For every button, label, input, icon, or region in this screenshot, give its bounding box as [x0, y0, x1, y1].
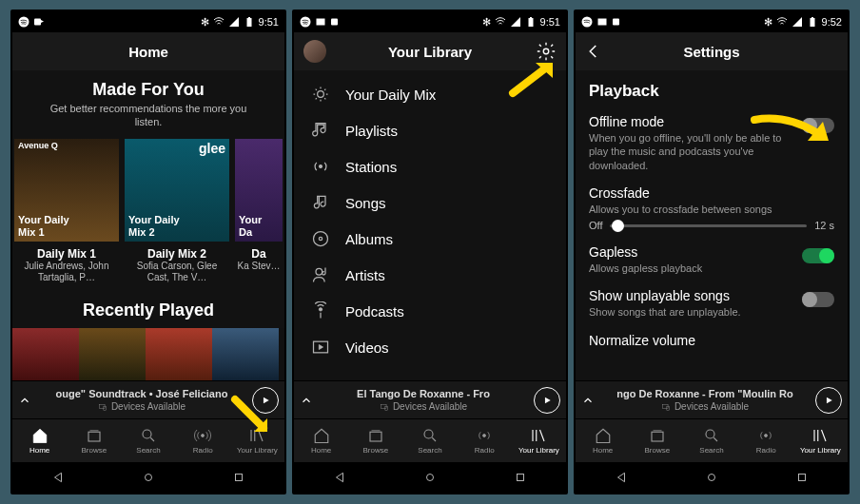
lib-videos[interactable]: Videos — [294, 329, 566, 365]
svg-point-19 — [314, 232, 328, 246]
status-bar: ✻ 9:51 — [12, 11, 284, 32]
spotify-status-icon — [300, 16, 311, 28]
svg-rect-32 — [598, 19, 607, 26]
svg-rect-4 — [99, 404, 105, 408]
android-recents[interactable] — [232, 471, 245, 484]
phone-settings: ✻ 9:52 Settings Playback Offline mode Wh… — [574, 10, 850, 494]
page-title: Settings — [683, 44, 739, 60]
nav-home[interactable]: Home — [576, 419, 630, 462]
recently-played-title: Recently Played — [294, 371, 566, 380]
svg-point-17 — [318, 91, 324, 98]
play-icon — [824, 396, 833, 405]
svg-rect-12 — [317, 19, 325, 26]
svg-rect-33 — [613, 19, 619, 26]
status-bar: ✻ 9:52 — [576, 11, 848, 32]
play-button[interactable] — [252, 387, 279, 414]
nav-search[interactable]: Search — [402, 419, 457, 462]
phone-home: ✻ 9:51 Home Made For You Get better reco… — [10, 10, 286, 494]
nav-browse[interactable]: Browse — [67, 419, 121, 462]
chevron-up-icon — [581, 394, 595, 407]
setting-offline-mode: Offline mode When you go offline, you'll… — [589, 114, 834, 172]
now-playing-track: ouge" Soundtrack • José Feliciano — [31, 387, 252, 400]
slider-min-label: Off — [589, 220, 602, 231]
nav-browse[interactable]: Browse — [630, 419, 684, 462]
android-nav-bar — [294, 462, 566, 493]
lib-playlists[interactable]: Playlists — [294, 112, 566, 148]
nav-radio[interactable]: Radio — [458, 419, 512, 462]
android-back[interactable] — [51, 471, 65, 484]
lib-songs[interactable]: Songs — [294, 184, 566, 221]
nav-browse[interactable]: Browse — [348, 419, 402, 462]
nav-library[interactable]: Your Library — [512, 419, 566, 462]
svg-rect-6 — [88, 432, 100, 441]
devices-label: Devices Available — [111, 400, 186, 413]
daily-mix-card[interactable]: glee Your Daily Mix 2 Daily Mix 2 Sofia … — [125, 139, 229, 283]
nav-library[interactable]: Your Library — [230, 419, 284, 462]
android-home[interactable] — [142, 471, 155, 484]
android-home[interactable] — [423, 471, 437, 484]
lib-daily-mix[interactable]: Your Daily Mix — [294, 76, 566, 112]
now-playing-bar[interactable]: ngo De Roxanne - From "Moulin Ro Devices… — [576, 380, 848, 418]
unplayable-toggle[interactable] — [802, 292, 834, 307]
back-button[interactable] — [585, 43, 602, 60]
svg-rect-10 — [236, 475, 243, 481]
svg-point-22 — [319, 308, 322, 311]
android-nav-bar — [12, 462, 284, 493]
android-back[interactable] — [333, 471, 346, 484]
wifi-icon — [213, 16, 225, 28]
daily-mix-carousel[interactable]: Avenue Q Your Daily Mix 1 Daily Mix 1 Ju… — [12, 139, 284, 283]
library-header: Your Library — [294, 32, 566, 70]
settings-content: Playback Offline mode When you go offlin… — [576, 70, 848, 380]
nav-search[interactable]: Search — [121, 419, 175, 462]
home-content: Made For You Get better recommendations … — [12, 70, 284, 380]
battery-icon — [807, 16, 818, 28]
signal-icon — [228, 16, 240, 28]
android-back[interactable] — [615, 471, 628, 484]
image-status-icon — [596, 16, 608, 28]
page-title: Your Library — [388, 44, 472, 60]
offline-mode-toggle[interactable] — [802, 118, 834, 133]
android-recents[interactable] — [795, 471, 809, 484]
status-bar: ✻ 9:51 — [294, 11, 566, 32]
bluetooth-icon: ✻ — [201, 16, 209, 29]
settings-button[interactable] — [536, 41, 557, 62]
svg-point-39 — [706, 430, 714, 438]
devices-icon — [661, 402, 671, 412]
lib-podcasts[interactable]: Podcasts — [294, 293, 566, 329]
svg-rect-26 — [370, 432, 381, 441]
play-button[interactable] — [534, 387, 560, 414]
chevron-left-icon — [585, 43, 602, 60]
nav-radio[interactable]: Radio — [739, 419, 793, 462]
now-playing-bar[interactable]: ouge" Soundtrack • José Feliciano Device… — [12, 380, 284, 418]
lib-artists[interactable]: Artists — [294, 257, 566, 293]
lib-stations[interactable]: Stations — [294, 148, 566, 184]
svg-point-27 — [424, 430, 433, 438]
now-playing-bar[interactable]: El Tango De Roxanne - Fro Devices Availa… — [294, 380, 566, 418]
chevron-up-icon — [18, 394, 31, 407]
gapless-toggle[interactable] — [802, 248, 834, 263]
svg-rect-14 — [528, 18, 533, 27]
nav-search[interactable]: Search — [684, 419, 738, 462]
daily-mix-card[interactable]: Your Da Da Ka Stev… — [235, 139, 283, 283]
nav-radio[interactable]: Radio — [176, 419, 230, 462]
play-button[interactable] — [815, 387, 842, 414]
svg-point-7 — [143, 430, 151, 438]
nav-home[interactable]: Home — [12, 419, 67, 462]
nav-library[interactable]: Your Library — [793, 419, 848, 462]
bluetooth-icon: ✻ — [764, 16, 772, 29]
chevron-up-icon — [300, 394, 313, 407]
crossfade-slider[interactable] — [610, 224, 807, 227]
recently-played-row[interactable] — [12, 322, 284, 380]
setting-gapless: Gapless Allows gapless playback — [589, 244, 834, 275]
svg-rect-2 — [246, 18, 251, 27]
avatar[interactable] — [303, 40, 326, 63]
spotify-status-icon — [581, 16, 593, 28]
lib-albums[interactable]: Albums — [294, 221, 566, 257]
daily-mix-card[interactable]: Avenue Q Your Daily Mix 1 Daily Mix 1 Ju… — [14, 139, 119, 283]
made-for-you-subtitle: Get better recommendations the more you … — [12, 102, 284, 139]
svg-rect-3 — [248, 17, 250, 18]
settings-header: Settings — [576, 32, 848, 70]
android-recents[interactable] — [514, 471, 527, 484]
android-home[interactable] — [705, 471, 718, 484]
nav-home[interactable]: Home — [294, 419, 348, 462]
